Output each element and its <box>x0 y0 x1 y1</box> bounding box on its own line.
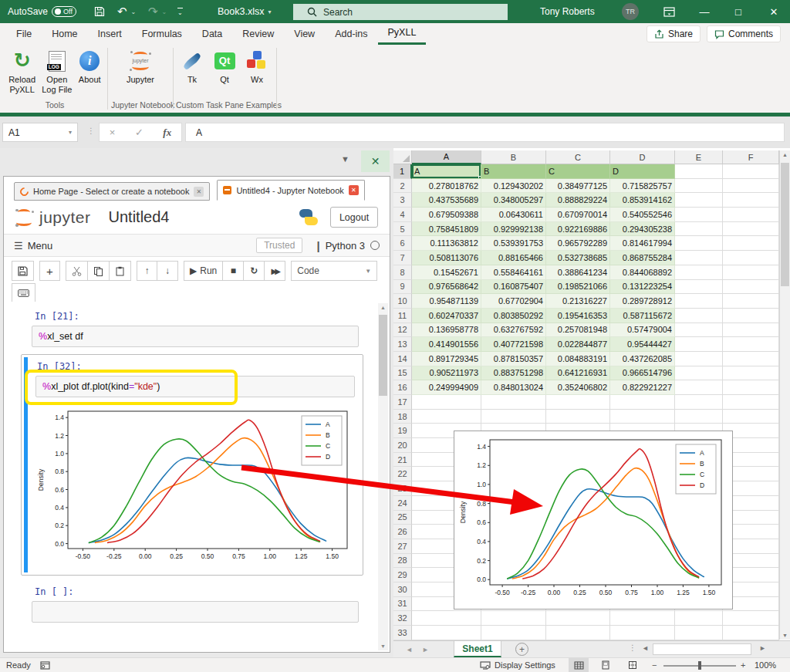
share-button[interactable]: Share <box>647 25 701 42</box>
cell-A6[interactable]: 0.111363812 <box>412 236 481 251</box>
cell-D3[interactable]: 0.853914162 <box>610 193 675 208</box>
open-log-file-button[interactable]: LOG Open Log File <box>40 47 73 94</box>
row-header-3[interactable]: 3 <box>393 193 412 208</box>
cell-B12[interactable]: 0.632767592 <box>481 323 546 338</box>
fill-handle[interactable] <box>478 176 481 179</box>
cell-E15[interactable] <box>675 366 723 381</box>
cell-D17[interactable] <box>610 395 675 410</box>
cell-F14[interactable] <box>723 352 779 366</box>
cell-A15[interactable]: 0.905211973 <box>412 366 481 381</box>
cell-E17[interactable] <box>675 395 723 410</box>
cell-F5[interactable] <box>723 222 779 237</box>
cell-C16[interactable]: 0.352406802 <box>546 380 610 395</box>
row-header-6[interactable]: 6 <box>393 236 412 251</box>
cell-C11[interactable]: 0.195416353 <box>546 309 610 323</box>
cell-E1[interactable] <box>675 164 723 179</box>
row-header-12[interactable]: 12 <box>393 323 412 338</box>
cell-F32[interactable] <box>723 611 779 626</box>
cell-A1[interactable]: A <box>412 164 481 179</box>
sheet-tab-sheet1[interactable]: Sheet1 <box>454 641 501 657</box>
ribbon-tab-pyxll[interactable]: PyXLL <box>378 23 427 45</box>
cell-F16[interactable] <box>723 380 779 395</box>
sheet-nav-arrows[interactable]: ◄► <box>406 641 429 657</box>
cell-A5[interactable]: 0.758451809 <box>412 222 481 237</box>
cell-C8[interactable]: 0.388641234 <box>546 265 610 280</box>
restart-kernel-icon[interactable]: ↻ <box>244 261 265 281</box>
cell-D10[interactable]: 0.289728912 <box>610 294 675 309</box>
row-header-30[interactable]: 30 <box>393 583 412 597</box>
cut-cell-button[interactable] <box>66 261 88 281</box>
row-header-23[interactable]: 23 <box>393 481 412 496</box>
run-cell-button[interactable]: ▶ Run <box>184 261 223 281</box>
cell-C3[interactable]: 0.888829224 <box>546 193 610 208</box>
cell-E33[interactable] <box>675 626 723 640</box>
cell-D13[interactable]: 0.95444427 <box>610 337 675 352</box>
cell-B4[interactable]: 0.06430611 <box>481 208 546 222</box>
row-header-27[interactable]: 27 <box>393 539 412 554</box>
zoom-level[interactable]: 100% <box>755 658 776 672</box>
menu-label[interactable]: Menu <box>28 240 53 252</box>
vertical-scrollbar[interactable]: ▲ ▼ <box>779 150 790 640</box>
confirm-entry-icon[interactable]: ✓ <box>135 127 143 138</box>
column-header-a[interactable]: A <box>412 150 481 164</box>
cell-F9[interactable] <box>723 280 779 295</box>
cell-D2[interactable]: 0.715825757 <box>610 179 675 194</box>
paste-cell-button[interactable] <box>110 261 131 281</box>
cell-B32[interactable] <box>481 611 546 626</box>
name-box[interactable]: A1▾ <box>2 123 78 142</box>
cell-E7[interactable] <box>675 251 723 265</box>
ribbon-display-options-icon[interactable] <box>656 0 682 23</box>
trusted-button[interactable]: Trusted <box>256 238 302 253</box>
embedded-chart[interactable]: 0.00.20.40.60.81.01.21.4-0.50-0.250.000.… <box>454 431 733 610</box>
cell-F7[interactable] <box>723 251 779 265</box>
cell-C9[interactable]: 0.198521066 <box>546 280 610 295</box>
horizontal-scrollbar[interactable] <box>653 643 751 655</box>
normal-view-button[interactable] <box>569 658 589 672</box>
row-header-9[interactable]: 9 <box>393 280 412 295</box>
cell-C5[interactable]: 0.922169886 <box>546 222 610 237</box>
cell-C15[interactable]: 0.641216931 <box>546 366 610 381</box>
code-cell-input[interactable]: %xl_set df <box>32 326 359 347</box>
hscroll-left-icon[interactable]: ◄ <box>642 644 649 652</box>
cell-C7[interactable]: 0.532738685 <box>546 251 610 265</box>
cell-F15[interactable] <box>723 366 779 381</box>
display-settings-button[interactable]: Display Settings <box>480 658 555 672</box>
pane-close-icon[interactable]: ✕ <box>361 150 390 172</box>
macro-record-icon[interactable] <box>40 658 50 672</box>
cell-A12[interactable]: 0.136958778 <box>412 323 481 338</box>
cell-E10[interactable] <box>675 294 723 309</box>
notebook-scrollbar[interactable]: ▲ ▼ <box>378 303 388 650</box>
cell-E5[interactable] <box>675 222 723 237</box>
cell-E9[interactable] <box>675 280 723 295</box>
row-header-22[interactable]: 22 <box>393 467 412 481</box>
column-header-b[interactable]: B <box>481 150 546 164</box>
cell-C13[interactable]: 0.022844877 <box>546 337 610 352</box>
row-header-28[interactable]: 28 <box>393 554 412 569</box>
user-name[interactable]: Tony Roberts <box>540 0 595 23</box>
scroll-up-icon[interactable]: ▲ <box>780 152 790 157</box>
row-header-11[interactable]: 11 <box>393 309 412 323</box>
column-header-c[interactable]: C <box>546 150 610 164</box>
undo-button[interactable]: ↶⌄ <box>117 0 136 23</box>
cell-C12[interactable]: 0.257081948 <box>546 323 610 338</box>
row-header-33[interactable]: 33 <box>393 626 412 640</box>
tabbar-grip[interactable]: ⋮ <box>629 643 636 652</box>
row-header-14[interactable]: 14 <box>393 352 412 366</box>
qt-button[interactable]: Qt Qt <box>209 47 240 85</box>
cell-D1[interactable]: D <box>610 164 675 179</box>
cell-C6[interactable]: 0.965792289 <box>546 236 610 251</box>
maximize-button[interactable]: □ <box>725 0 751 23</box>
selected-code-cell[interactable]: In [32]: %xl_plot df.plot(kind="kde") 0.… <box>21 354 363 576</box>
row-header-13[interactable]: 13 <box>393 337 412 352</box>
name-box-caret-icon[interactable]: ▾ <box>69 129 72 136</box>
add-sheet-button[interactable]: + <box>515 643 528 656</box>
row-header-19[interactable]: 19 <box>393 424 412 438</box>
cell-F4[interactable] <box>723 208 779 222</box>
row-header-18[interactable]: 18 <box>393 410 412 424</box>
scrollbar-thumb[interactable] <box>781 163 789 286</box>
row-header-4[interactable]: 4 <box>393 208 412 222</box>
cell-D12[interactable]: 0.57479004 <box>610 323 675 338</box>
zoom-in-button[interactable]: + <box>741 658 745 672</box>
cell-type-dropdown[interactable]: Code▼ <box>291 261 377 281</box>
cell-B8[interactable]: 0.558464161 <box>481 265 546 280</box>
